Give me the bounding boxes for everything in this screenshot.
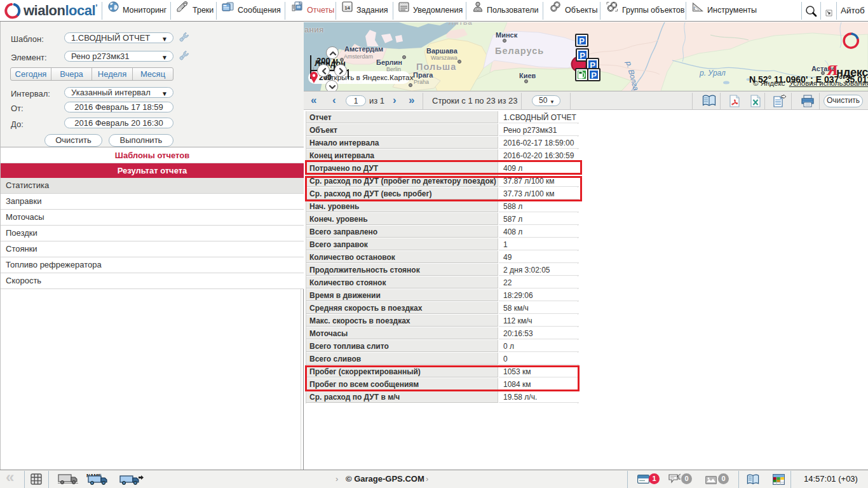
svg-text:14: 14 <box>344 5 350 11</box>
